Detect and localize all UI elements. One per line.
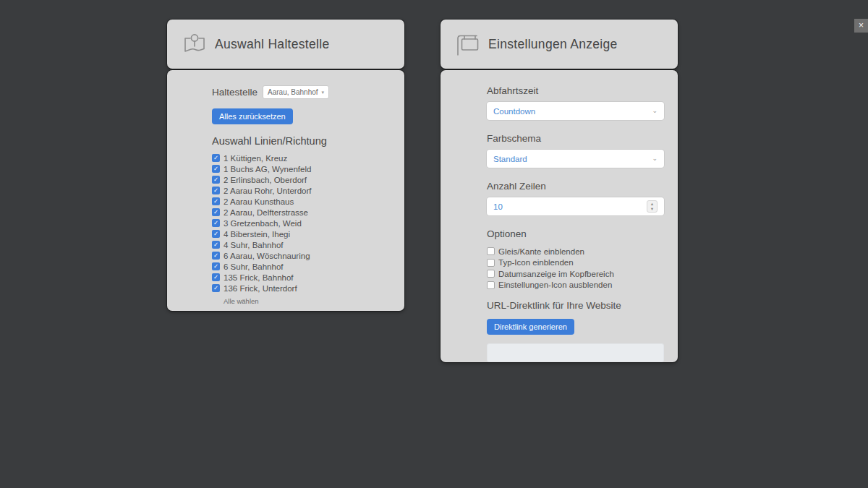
line-checkbox-row[interactable]: 2 Erlinsbach, Oberdorf <box>212 174 390 185</box>
close-button[interactable]: × <box>854 19 868 33</box>
checkbox-icon[interactable] <box>487 247 495 255</box>
line-checkbox-row[interactable]: 4 Biberstein, Ihegi <box>212 228 390 239</box>
checkbox-icon[interactable] <box>212 165 220 173</box>
checkbox-label: 6 Suhr, Bahnhof <box>224 262 283 271</box>
checkbox-label: 6 Aarau, Wöschnauring <box>224 252 310 260</box>
generate-link-button[interactable]: Direktlink generieren <box>487 319 574 335</box>
checkbox-icon[interactable] <box>212 176 220 184</box>
map-pin-icon <box>182 31 208 57</box>
stop-selection-title: Auswahl Haltestelle <box>215 37 329 52</box>
line-checkbox-row[interactable]: 1 Küttigen, Kreuz <box>212 153 390 163</box>
checkbox-icon[interactable] <box>212 262 220 270</box>
checkbox-icon[interactable] <box>487 281 495 289</box>
line-checkbox-row[interactable]: 6 Suhr, Bahnhof <box>212 261 390 272</box>
checkbox-label: Datumsanzeige im Kopfbereich <box>498 270 614 278</box>
line-list: 1 Küttigen, Kreuz1 Buchs AG, Wynenfeld2 … <box>212 153 390 294</box>
stop-selection-header: Auswahl Haltestelle <box>167 20 404 69</box>
checkbox-label: 2 Aarau Rohr, Unterdorf <box>224 187 311 195</box>
colorscheme-value: Standard <box>493 155 527 163</box>
checkbox-icon[interactable] <box>487 270 495 278</box>
option-checkbox-row[interactable]: Datumsanzeige im Kopfbereich <box>487 268 664 280</box>
checkbox-label: 2 Erlinsbach, Oberdorf <box>224 176 307 184</box>
line-checkbox-row[interactable]: 136 Frick, Unterdorf <box>212 283 390 294</box>
option-checkbox-row[interactable]: Typ-Icon einblenden <box>487 257 664 269</box>
checkbox-icon[interactable] <box>212 208 220 216</box>
option-checkbox-row[interactable]: Einstellungen-Icon ausblenden <box>487 280 664 291</box>
checkbox-label: 136 Frick, Unterdorf <box>224 284 297 293</box>
options-heading: Optionen <box>487 228 664 239</box>
line-checkbox-row[interactable]: 4 Suhr, Bahnhof <box>212 239 390 250</box>
checkbox-icon[interactable] <box>487 259 495 267</box>
checkbox-label: 2 Aarau, Delfterstrasse <box>224 208 308 217</box>
spinner-up-down-icon[interactable]: ▲▼ <box>647 200 658 213</box>
chevron-down-icon: ⌄ <box>652 155 658 162</box>
checkbox-icon[interactable] <box>212 284 220 292</box>
lines-heading: Auswahl Linien/Richtung <box>212 135 390 147</box>
checkbox-label: Typ-Icon einblenden <box>498 258 574 267</box>
checkbox-icon[interactable] <box>212 241 220 249</box>
chevron-down-icon: ⌄ <box>652 108 658 114</box>
checkbox-label: 3 Gretzenbach, Weid <box>224 219 302 228</box>
line-checkbox-row[interactable]: 3 Gretzenbach, Weid <box>212 218 390 228</box>
stop-select[interactable]: Aarau, Bahnhof ▾ <box>263 85 329 99</box>
stop-select-value: Aarau, Bahnhof <box>268 88 318 96</box>
checkbox-label: 2 Aarau Kunsthaus <box>224 197 294 206</box>
display-settings-header: Einstellungen Anzeige <box>441 20 678 69</box>
stop-selection-panel: Haltestelle Aarau, Bahnhof ▾ Alles zurüc… <box>167 70 404 311</box>
departure-time-value: Countdown <box>493 107 535 116</box>
chevron-down-icon: ▾ <box>322 90 325 95</box>
line-checkbox-row[interactable]: 2 Aarau, Delfterstrasse <box>212 207 390 218</box>
checkbox-label: Einstellungen-Icon ausblenden <box>498 281 612 289</box>
checkbox-label: Gleis/Kante einblenden <box>498 247 584 256</box>
options-list: Gleis/Kante einblendenTyp-Icon einblende… <box>487 246 664 291</box>
row-count-value: 10 <box>493 202 503 211</box>
line-checkbox-row[interactable]: 2 Aarau Rohr, Unterdorf <box>212 185 390 196</box>
display-settings-panel: Abfahrtszeit Countdown ⌄ Farbschema Stan… <box>441 70 678 362</box>
url-direktlink-heading: URL-Direktlink für Ihre Website <box>487 300 664 311</box>
checkbox-icon[interactable] <box>212 219 220 227</box>
line-checkbox-row[interactable]: 135 Frick, Bahnhof <box>212 272 390 283</box>
colorscheme-label: Farbschema <box>487 133 664 144</box>
line-checkbox-row[interactable]: 6 Aarau, Wöschnauring <box>212 250 390 261</box>
checkbox-label: 1 Küttigen, Kreuz <box>224 154 287 163</box>
stop-label: Haltestelle <box>212 87 258 98</box>
checkbox-icon[interactable] <box>212 230 220 238</box>
row-count-label: Anzahl Zeilen <box>487 181 664 192</box>
checkbox-label: 1 Buchs AG, Wynenfeld <box>224 165 311 174</box>
url-output-field[interactable] <box>487 343 664 362</box>
checkbox-icon[interactable] <box>212 252 220 260</box>
departure-time-label: Abfahrtszeit <box>487 85 664 96</box>
departure-time-select[interactable]: Countdown ⌄ <box>487 102 664 120</box>
reset-all-button[interactable]: Alles zurücksetzen <box>212 108 293 124</box>
display-settings-title: Einstellungen Anzeige <box>488 37 618 52</box>
select-all-link[interactable]: Alle wählen <box>224 297 259 305</box>
checkbox-icon[interactable] <box>212 197 220 205</box>
checkbox-label: 135 Frick, Bahnhof <box>224 273 294 282</box>
line-checkbox-row[interactable]: 1 Buchs AG, Wynenfeld <box>212 163 390 174</box>
checkbox-label: 4 Suhr, Bahnhof <box>224 241 283 249</box>
checkbox-icon[interactable] <box>212 187 220 194</box>
sign-board-icon <box>455 31 481 57</box>
checkbox-icon[interactable] <box>212 273 220 281</box>
row-count-input[interactable]: 10 ▲▼ <box>487 197 664 215</box>
checkbox-label: 4 Biberstein, Ihegi <box>224 230 290 239</box>
colorscheme-select[interactable]: Standard ⌄ <box>487 150 664 168</box>
checkbox-icon[interactable] <box>212 154 220 162</box>
line-checkbox-row[interactable]: 2 Aarau Kunsthaus <box>212 196 390 207</box>
option-checkbox-row[interactable]: Gleis/Kante einblenden <box>487 246 664 257</box>
